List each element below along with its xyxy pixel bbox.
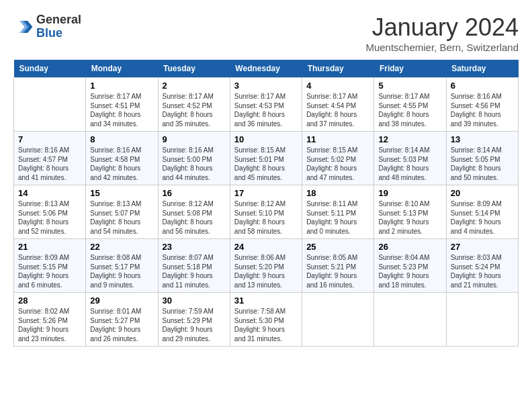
day-number: 3	[234, 81, 298, 91]
calendar-table: SundayMondayTuesdayWednesdayThursdayFrid…	[13, 60, 519, 347]
calendar-cell: 1Sunrise: 8:17 AMSunset: 4:51 PMDaylight…	[86, 78, 158, 132]
day-number: 15	[90, 188, 153, 198]
calendar-cell: 8Sunrise: 8:16 AMSunset: 4:58 PMDaylight…	[86, 132, 158, 185]
day-number: 10	[234, 134, 298, 144]
cell-content: Sunrise: 8:16 AMSunset: 4:58 PMDaylight:…	[90, 146, 153, 182]
calendar-cell: 10Sunrise: 8:15 AMSunset: 5:01 PMDayligh…	[230, 132, 302, 185]
cell-content: Sunrise: 8:14 AMSunset: 5:03 PMDaylight:…	[378, 146, 441, 182]
month-title: January 2024	[365, 13, 519, 42]
cell-content: Sunrise: 8:06 AMSunset: 5:20 PMDaylight:…	[234, 253, 298, 289]
day-number: 8	[90, 134, 153, 144]
day-number: 31	[234, 295, 298, 306]
day-number: 6	[451, 81, 514, 91]
day-number: 17	[234, 188, 298, 198]
cell-content: Sunrise: 7:59 AMSunset: 5:29 PMDaylight:…	[163, 307, 226, 343]
cell-content: Sunrise: 8:16 AMSunset: 4:57 PMDaylight:…	[18, 146, 81, 182]
col-header-saturday: Saturday	[446, 60, 518, 78]
day-number: 9	[163, 134, 226, 144]
week-row-5: 28Sunrise: 8:02 AMSunset: 5:26 PMDayligh…	[14, 293, 519, 347]
calendar-cell	[374, 293, 446, 347]
cell-content: Sunrise: 8:04 AMSunset: 5:23 PMDaylight:…	[378, 253, 441, 289]
col-header-tuesday: Tuesday	[158, 60, 230, 78]
week-row-4: 21Sunrise: 8:09 AMSunset: 5:15 PMDayligh…	[14, 239, 519, 293]
cell-content: Sunrise: 8:16 AMSunset: 5:00 PMDaylight:…	[163, 146, 226, 182]
cell-content: Sunrise: 8:12 AMSunset: 5:08 PMDaylight:…	[163, 199, 226, 236]
cell-content: Sunrise: 8:15 AMSunset: 5:02 PMDaylight:…	[306, 146, 369, 182]
calendar-cell: 21Sunrise: 8:09 AMSunset: 5:15 PMDayligh…	[14, 239, 86, 293]
cell-content: Sunrise: 8:15 AMSunset: 5:01 PMDaylight:…	[234, 146, 298, 182]
calendar-cell: 31Sunrise: 7:58 AMSunset: 5:30 PMDayligh…	[230, 293, 302, 347]
cell-content: Sunrise: 8:09 AMSunset: 5:15 PMDaylight:…	[18, 253, 81, 289]
day-number: 24	[234, 242, 298, 252]
cell-content: Sunrise: 8:14 AMSunset: 5:05 PMDaylight:…	[451, 146, 514, 182]
cell-content: Sunrise: 8:07 AMSunset: 5:18 PMDaylight:…	[163, 253, 226, 289]
cell-content: Sunrise: 8:13 AMSunset: 5:06 PMDaylight:…	[18, 199, 81, 236]
week-row-1: 1Sunrise: 8:17 AMSunset: 4:51 PMDaylight…	[14, 78, 519, 132]
calendar-cell: 29Sunrise: 8:01 AMSunset: 5:27 PMDayligh…	[86, 293, 158, 347]
col-header-wednesday: Wednesday	[230, 60, 302, 78]
location-text: Muentschemier, Bern, Switzerland	[365, 42, 519, 53]
day-number: 25	[306, 242, 369, 252]
calendar-cell: 27Sunrise: 8:03 AMSunset: 5:24 PMDayligh…	[446, 239, 518, 293]
day-number: 26	[378, 242, 441, 252]
day-number: 5	[378, 81, 441, 91]
day-number: 30	[163, 295, 226, 306]
day-number: 21	[18, 242, 81, 252]
logo-icon	[13, 17, 34, 37]
day-number: 2	[163, 81, 226, 91]
week-row-3: 14Sunrise: 8:13 AMSunset: 5:06 PMDayligh…	[14, 185, 519, 239]
calendar-cell	[446, 293, 518, 347]
page-header: General Blue January 2024 Muentschemier,…	[13, 13, 519, 53]
calendar-cell	[14, 78, 86, 132]
day-number: 20	[451, 188, 514, 198]
cell-content: Sunrise: 8:17 AMSunset: 4:51 PMDaylight:…	[90, 92, 153, 128]
day-number: 12	[378, 134, 441, 144]
calendar-cell: 12Sunrise: 8:14 AMSunset: 5:03 PMDayligh…	[374, 132, 446, 185]
day-number: 4	[306, 81, 369, 91]
cell-content: Sunrise: 8:17 AMSunset: 4:52 PMDaylight:…	[163, 92, 226, 128]
calendar-cell: 17Sunrise: 8:12 AMSunset: 5:10 PMDayligh…	[230, 185, 302, 239]
calendar-cell: 23Sunrise: 8:07 AMSunset: 5:18 PMDayligh…	[158, 239, 230, 293]
day-number: 16	[163, 188, 226, 198]
day-number: 14	[18, 188, 81, 198]
cell-content: Sunrise: 8:12 AMSunset: 5:10 PMDaylight:…	[234, 199, 298, 236]
calendar-cell: 14Sunrise: 8:13 AMSunset: 5:06 PMDayligh…	[14, 185, 86, 239]
day-number: 22	[90, 242, 153, 252]
cell-content: Sunrise: 8:11 AMSunset: 5:11 PMDaylight:…	[306, 199, 369, 236]
calendar-cell: 19Sunrise: 8:10 AMSunset: 5:13 PMDayligh…	[374, 185, 446, 239]
day-number: 13	[451, 134, 514, 144]
day-number: 29	[90, 295, 153, 306]
day-number: 19	[378, 188, 441, 198]
calendar-cell: 6Sunrise: 8:16 AMSunset: 4:56 PMDaylight…	[446, 78, 518, 132]
col-header-friday: Friday	[374, 60, 446, 78]
logo-general-text: General	[36, 13, 81, 27]
header-row: SundayMondayTuesdayWednesdayThursdayFrid…	[14, 60, 519, 78]
calendar-cell: 20Sunrise: 8:09 AMSunset: 5:14 PMDayligh…	[446, 185, 518, 239]
calendar-cell: 2Sunrise: 8:17 AMSunset: 4:52 PMDaylight…	[158, 78, 230, 132]
calendar-cell: 11Sunrise: 8:15 AMSunset: 5:02 PMDayligh…	[302, 132, 374, 185]
calendar-cell: 24Sunrise: 8:06 AMSunset: 5:20 PMDayligh…	[230, 239, 302, 293]
calendar-cell: 28Sunrise: 8:02 AMSunset: 5:26 PMDayligh…	[14, 293, 86, 347]
col-header-monday: Monday	[86, 60, 158, 78]
day-number: 28	[18, 295, 81, 306]
calendar-cell: 15Sunrise: 8:13 AMSunset: 5:07 PMDayligh…	[86, 185, 158, 239]
day-number: 7	[18, 134, 81, 144]
day-number: 27	[451, 242, 514, 252]
calendar-cell: 3Sunrise: 8:17 AMSunset: 4:53 PMDaylight…	[230, 78, 302, 132]
cell-content: Sunrise: 8:13 AMSunset: 5:07 PMDaylight:…	[90, 199, 153, 236]
cell-content: Sunrise: 8:16 AMSunset: 4:56 PMDaylight:…	[451, 92, 514, 128]
cell-content: Sunrise: 8:03 AMSunset: 5:24 PMDaylight:…	[451, 253, 514, 289]
calendar-cell: 5Sunrise: 8:17 AMSunset: 4:55 PMDaylight…	[374, 78, 446, 132]
calendar-cell: 4Sunrise: 8:17 AMSunset: 4:54 PMDaylight…	[302, 78, 374, 132]
week-row-2: 7Sunrise: 8:16 AMSunset: 4:57 PMDaylight…	[14, 132, 519, 185]
col-header-thursday: Thursday	[302, 60, 374, 78]
cell-content: Sunrise: 8:09 AMSunset: 5:14 PMDaylight:…	[451, 199, 514, 236]
logo: General Blue	[13, 13, 81, 40]
day-number: 18	[306, 188, 369, 198]
cell-content: Sunrise: 8:17 AMSunset: 4:53 PMDaylight:…	[234, 92, 298, 128]
cell-content: Sunrise: 8:10 AMSunset: 5:13 PMDaylight:…	[378, 199, 441, 236]
calendar-cell: 16Sunrise: 8:12 AMSunset: 5:08 PMDayligh…	[158, 185, 230, 239]
cell-content: Sunrise: 8:02 AMSunset: 5:26 PMDaylight:…	[18, 307, 81, 343]
calendar-cell: 25Sunrise: 8:05 AMSunset: 5:21 PMDayligh…	[302, 239, 374, 293]
cell-content: Sunrise: 8:17 AMSunset: 4:55 PMDaylight:…	[378, 92, 441, 128]
